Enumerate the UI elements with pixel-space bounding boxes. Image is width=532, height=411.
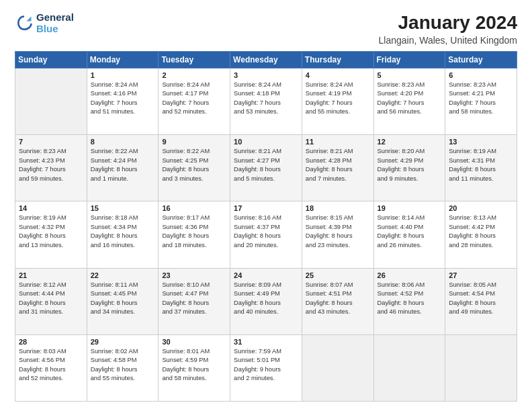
subtitle: Llangain, Wales, United Kingdom (379, 35, 518, 46)
table-cell (302, 334, 373, 401)
day-number: 3 (234, 71, 298, 79)
day-detail: Sunrise: 8:13 AM Sunset: 4:42 PM Dayligh… (449, 214, 513, 250)
day-number: 11 (306, 138, 370, 146)
col-friday: Friday (373, 52, 445, 68)
table-cell: 17Sunrise: 8:16 AM Sunset: 4:37 PM Dayli… (230, 201, 302, 268)
day-detail: Sunrise: 8:14 AM Sunset: 4:40 PM Dayligh… (378, 214, 442, 250)
day-number: 29 (91, 338, 155, 346)
day-number: 21 (19, 271, 83, 279)
day-detail: Sunrise: 8:24 AM Sunset: 4:16 PM Dayligh… (91, 81, 155, 117)
day-number: 8 (91, 138, 155, 146)
table-cell: 5Sunrise: 8:23 AM Sunset: 4:20 PM Daylig… (373, 68, 445, 135)
table-cell: 7Sunrise: 8:23 AM Sunset: 4:23 PM Daylig… (15, 135, 87, 201)
day-number: 12 (378, 138, 442, 146)
day-number: 24 (234, 271, 298, 279)
table-cell: 9Sunrise: 8:22 AM Sunset: 4:25 PM Daylig… (159, 135, 230, 201)
day-detail: Sunrise: 8:07 AM Sunset: 4:51 PM Dayligh… (306, 281, 370, 317)
day-number: 13 (449, 138, 513, 146)
day-number: 9 (162, 138, 226, 146)
header: General Blue January 2024 Llangain, Wale… (15, 12, 517, 46)
table-cell: 11Sunrise: 8:21 AM Sunset: 4:28 PM Dayli… (302, 135, 373, 201)
day-number: 4 (306, 71, 370, 79)
table-cell: 26Sunrise: 8:06 AM Sunset: 4:52 PM Dayli… (373, 268, 445, 334)
day-detail: Sunrise: 8:23 AM Sunset: 4:23 PM Dayligh… (19, 147, 83, 183)
table-cell (373, 334, 445, 401)
table-cell: 22Sunrise: 8:11 AM Sunset: 4:45 PM Dayli… (87, 268, 159, 334)
day-number: 5 (378, 71, 442, 79)
table-cell: 10Sunrise: 8:21 AM Sunset: 4:27 PM Dayli… (230, 135, 302, 201)
day-detail: Sunrise: 8:15 AM Sunset: 4:39 PM Dayligh… (306, 214, 370, 250)
day-number: 27 (449, 271, 513, 279)
calendar-table: Sunday Monday Tuesday Wednesday Thursday… (15, 51, 517, 402)
col-wednesday: Wednesday (230, 52, 302, 68)
day-detail: Sunrise: 8:24 AM Sunset: 4:17 PM Dayligh… (162, 81, 226, 117)
day-number: 28 (19, 338, 83, 346)
logo-text: General Blue (36, 12, 74, 34)
day-detail: Sunrise: 8:22 AM Sunset: 4:25 PM Dayligh… (162, 147, 226, 183)
day-detail: Sunrise: 8:24 AM Sunset: 4:18 PM Dayligh… (234, 81, 298, 117)
table-cell: 16Sunrise: 8:17 AM Sunset: 4:36 PM Dayli… (159, 201, 230, 268)
day-detail: Sunrise: 8:22 AM Sunset: 4:24 PM Dayligh… (91, 147, 155, 183)
day-number: 30 (162, 338, 226, 346)
day-number: 14 (19, 204, 83, 212)
day-number: 31 (234, 338, 298, 346)
day-number: 16 (162, 204, 226, 212)
day-detail: Sunrise: 8:21 AM Sunset: 4:28 PM Dayligh… (306, 147, 370, 183)
day-detail: Sunrise: 7:59 AM Sunset: 5:01 PM Dayligh… (234, 347, 298, 383)
col-sunday: Sunday (15, 52, 87, 68)
day-detail: Sunrise: 8:10 AM Sunset: 4:47 PM Dayligh… (162, 281, 226, 317)
day-detail: Sunrise: 8:16 AM Sunset: 4:37 PM Dayligh… (234, 214, 298, 250)
day-number: 17 (234, 204, 298, 212)
day-number: 2 (162, 71, 226, 79)
main-title: January 2024 (379, 12, 518, 34)
table-cell: 25Sunrise: 8:07 AM Sunset: 4:51 PM Dayli… (302, 268, 373, 334)
day-number: 20 (449, 204, 513, 212)
page: General Blue January 2024 Llangain, Wale… (0, 0, 532, 411)
table-cell: 6Sunrise: 8:23 AM Sunset: 4:21 PM Daylig… (445, 68, 517, 135)
table-cell: 21Sunrise: 8:12 AM Sunset: 4:44 PM Dayli… (15, 268, 87, 334)
logo-icon (15, 14, 34, 33)
day-detail: Sunrise: 8:09 AM Sunset: 4:49 PM Dayligh… (234, 281, 298, 317)
day-number: 23 (162, 271, 226, 279)
title-block: January 2024 Llangain, Wales, United Kin… (379, 12, 518, 46)
col-monday: Monday (87, 52, 159, 68)
day-number: 22 (91, 271, 155, 279)
col-tuesday: Tuesday (159, 52, 230, 68)
table-cell: 19Sunrise: 8:14 AM Sunset: 4:40 PM Dayli… (373, 201, 445, 268)
day-detail: Sunrise: 8:23 AM Sunset: 4:20 PM Dayligh… (378, 81, 442, 117)
table-cell: 1Sunrise: 8:24 AM Sunset: 4:16 PM Daylig… (87, 68, 159, 135)
day-detail: Sunrise: 8:05 AM Sunset: 4:54 PM Dayligh… (449, 281, 513, 317)
table-cell: 29Sunrise: 8:02 AM Sunset: 4:58 PM Dayli… (87, 334, 159, 401)
day-number: 6 (449, 71, 513, 79)
day-number: 15 (91, 204, 155, 212)
table-cell: 28Sunrise: 8:03 AM Sunset: 4:56 PM Dayli… (15, 334, 87, 401)
logo-line1: General (36, 12, 74, 24)
table-cell: 12Sunrise: 8:20 AM Sunset: 4:29 PM Dayli… (373, 135, 445, 201)
day-number: 10 (234, 138, 298, 146)
day-detail: Sunrise: 8:01 AM Sunset: 4:59 PM Dayligh… (162, 347, 226, 383)
day-number: 26 (378, 271, 442, 279)
day-number: 7 (19, 138, 83, 146)
table-cell: 27Sunrise: 8:05 AM Sunset: 4:54 PM Dayli… (445, 268, 517, 334)
day-detail: Sunrise: 8:24 AM Sunset: 4:19 PM Dayligh… (306, 81, 370, 117)
col-saturday: Saturday (445, 52, 517, 68)
calendar-week-row: 14Sunrise: 8:19 AM Sunset: 4:32 PM Dayli… (15, 201, 517, 268)
table-cell: 2Sunrise: 8:24 AM Sunset: 4:17 PM Daylig… (159, 68, 230, 135)
table-cell: 20Sunrise: 8:13 AM Sunset: 4:42 PM Dayli… (445, 201, 517, 268)
logo-line2: Blue (36, 24, 74, 35)
day-detail: Sunrise: 8:20 AM Sunset: 4:29 PM Dayligh… (378, 147, 442, 183)
table-cell (445, 334, 517, 401)
day-detail: Sunrise: 8:17 AM Sunset: 4:36 PM Dayligh… (162, 214, 226, 250)
calendar-week-row: 1Sunrise: 8:24 AM Sunset: 4:16 PM Daylig… (15, 68, 517, 135)
day-detail: Sunrise: 8:23 AM Sunset: 4:21 PM Dayligh… (449, 81, 513, 117)
table-cell (15, 68, 87, 135)
table-cell: 30Sunrise: 8:01 AM Sunset: 4:59 PM Dayli… (159, 334, 230, 401)
day-detail: Sunrise: 8:02 AM Sunset: 4:58 PM Dayligh… (91, 347, 155, 383)
calendar-week-row: 28Sunrise: 8:03 AM Sunset: 4:56 PM Dayli… (15, 334, 517, 401)
table-cell: 18Sunrise: 8:15 AM Sunset: 4:39 PM Dayli… (302, 201, 373, 268)
day-number: 19 (378, 204, 442, 212)
day-detail: Sunrise: 8:11 AM Sunset: 4:45 PM Dayligh… (91, 281, 155, 317)
day-detail: Sunrise: 8:12 AM Sunset: 4:44 PM Dayligh… (19, 281, 83, 317)
table-cell: 13Sunrise: 8:19 AM Sunset: 4:31 PM Dayli… (445, 135, 517, 201)
day-number: 25 (306, 271, 370, 279)
